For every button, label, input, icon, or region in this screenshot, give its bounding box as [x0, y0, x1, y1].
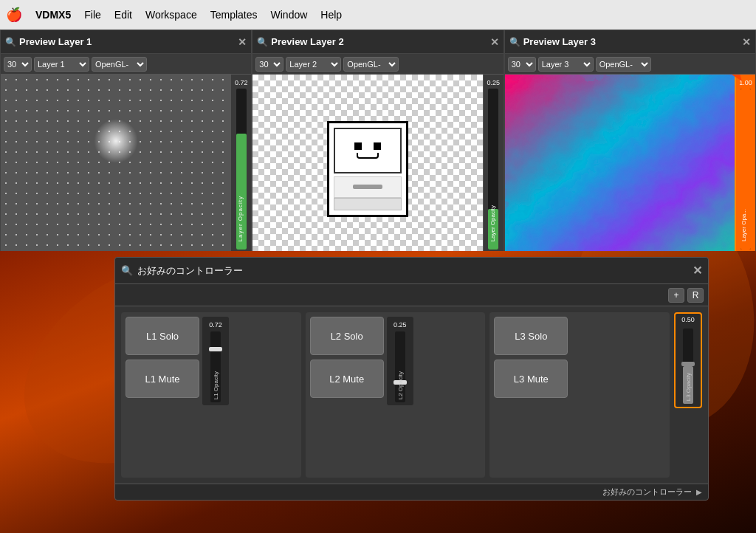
- layer-1-buttons: L1 Solo L1 Mute: [126, 317, 199, 473]
- menu-workspace[interactable]: Workspace: [145, 9, 197, 21]
- l3-opacity-slider[interactable]: 0.50 L3 Opacity: [674, 312, 702, 408]
- preview-canvas-2: [252, 75, 482, 264]
- mac-eyes: [354, 142, 381, 150]
- l1-opacity-slider[interactable]: 0.72 L1 Opacity: [202, 317, 229, 405]
- opacity-value-3: 1.00: [736, 79, 755, 86]
- preview-panel-1-controls: 30 Layer 1 OpenGL-: [1, 54, 251, 75]
- opacity-value-2: 0.25: [484, 79, 504, 86]
- apple-menu[interactable]: 🍎: [6, 7, 22, 23]
- layer-select-2[interactable]: Layer 2: [286, 57, 341, 72]
- mac-eye-right: [374, 142, 381, 150]
- preview-panel-2: 🔍 Preview Layer 2 ✕ 30 Layer 2 OpenGL-: [252, 30, 504, 281]
- preview-panel-1-header: 🔍 Preview Layer 1 ✕: [1, 30, 251, 54]
- mac-screen: [334, 128, 402, 173]
- search-icon-3: 🔍: [509, 37, 520, 47]
- ctrl-panel-footer: お好みのコントローラー ▶: [115, 484, 708, 500]
- svg-rect-0: [505, 75, 735, 264]
- l1-handle: [209, 347, 222, 351]
- ctrl-search-icon: 🔍: [121, 265, 133, 276]
- l3-solo-button[interactable]: L3 Solo: [494, 317, 568, 355]
- menu-window[interactable]: Window: [271, 9, 308, 21]
- preview-panel-1: 🔍 Preview Layer 1 ✕ 30 Layer 1 OpenGL- 0…: [0, 30, 252, 281]
- l2-opacity-value: 0.25: [387, 319, 413, 331]
- ctrl-panel-header: 🔍 お好みのコントローラー ✕: [115, 258, 708, 284]
- preview-panel-2-header: 🔍 Preview Layer 2 ✕: [252, 30, 503, 54]
- preview-panel-3-content: 1.00 Layer Opa...: [505, 75, 755, 264]
- preview-panel-3-controls: 30 Layer 3 OpenGL-: [505, 54, 755, 75]
- menu-templates[interactable]: Templates: [210, 9, 258, 21]
- preview-section: 🔍 Preview Layer 1 ✕ 30 Layer 1 OpenGL- 0…: [0, 30, 756, 281]
- ctrl-panel-close[interactable]: ✕: [693, 264, 702, 278]
- preview-panel-1-content: 0.72 Layer Opacity: [1, 75, 251, 264]
- l2-mute-button[interactable]: L2 Mute: [310, 360, 384, 398]
- menu-file[interactable]: File: [84, 9, 101, 21]
- mac-mouth: [357, 153, 379, 159]
- layer-2-buttons: L2 Solo L2 Mute: [310, 317, 384, 473]
- app-name: VDMX5: [35, 9, 71, 21]
- ctrl-panel-toolbar: + R: [115, 284, 708, 306]
- preview-panel-2-content: 0.25 Layer Opacity: [252, 75, 503, 264]
- preview-panel-1-title: Preview Layer 1: [19, 36, 235, 47]
- opacity-label-3: Layer Opa...: [740, 209, 747, 241]
- opacity-slider-2[interactable]: 0.25 Layer Opacity: [483, 75, 504, 264]
- preview-panel-3-title: Preview Layer 3: [523, 36, 739, 47]
- layer-2-group: L2 Solo L2 Mute 0.25 L2 Opacity: [306, 312, 486, 478]
- controller-panel: 🔍 お好みのコントローラー ✕ + R L1 Solo L1 Mute 0.72…: [114, 257, 709, 501]
- layer-select-3[interactable]: Layer 3: [538, 57, 594, 72]
- mac-face: [327, 121, 408, 217]
- remove-button[interactable]: R: [687, 288, 704, 303]
- layer-3-group: L3 Solo L3 Mute: [489, 312, 670, 478]
- search-icon-2: 🔍: [257, 37, 268, 47]
- opacity-value-1: 0.72: [231, 79, 251, 86]
- preview-panel-1-close[interactable]: ✕: [238, 36, 247, 48]
- opacity-label-1: Layer Opacity: [237, 196, 244, 241]
- search-icon-1: 🔍: [5, 37, 16, 47]
- l2-opacity-slider[interactable]: 0.25 L2 Opacity: [387, 317, 413, 405]
- dot-grid: [1, 75, 230, 264]
- mac-eye-left: [354, 142, 362, 150]
- opacity-slider-3[interactable]: 1.00 Layer Opa...: [735, 75, 755, 264]
- renderer-select-3[interactable]: OpenGL-: [596, 57, 651, 72]
- l1-slider-label: L1 Opacity: [213, 371, 219, 399]
- preview-canvas-1: [1, 75, 230, 264]
- preview-panel-3: 🔍 Preview Layer 3 ✕ 30 Layer 3 OpenGL-: [504, 30, 756, 281]
- fps-select-2[interactable]: 30: [255, 57, 284, 72]
- l1-opacity-value: 0.72: [202, 319, 229, 331]
- layer-1-group: L1 Solo L1 Mute 0.72 L1 Opacity: [121, 312, 301, 478]
- preview-panel-2-title: Preview Layer 2: [271, 36, 487, 47]
- fps-select-1[interactable]: 30: [4, 57, 32, 72]
- preview-panel-2-close[interactable]: ✕: [490, 36, 499, 48]
- layer-select-1[interactable]: Layer 1: [34, 57, 89, 72]
- ctrl-panel-body: L1 Solo L1 Mute 0.72 L1 Opacity L2 Solo …: [115, 306, 708, 484]
- preview-panel-2-controls: 30 Layer 2 OpenGL-: [252, 54, 503, 75]
- ctrl-footer-arrow[interactable]: ▶: [696, 488, 702, 496]
- l1-mute-button[interactable]: L1 Mute: [126, 360, 199, 398]
- l3-opacity-value: 0.50: [676, 316, 701, 323]
- l3-mute-button[interactable]: L3 Mute: [494, 360, 568, 398]
- dot-grid-center: [94, 119, 138, 163]
- mac-body: [334, 176, 402, 198]
- layer-3-buttons: L3 Solo L3 Mute: [494, 317, 568, 473]
- menubar: 🍎 VDMX5 File Edit Workspace Templates Wi…: [0, 0, 756, 30]
- l3-slider-label: L3 Opacity: [685, 373, 692, 401]
- ctrl-panel-title: お好みのコントローラー: [137, 264, 688, 278]
- menu-help[interactable]: Help: [320, 9, 342, 21]
- preview-panel-3-header: 🔍 Preview Layer 3 ✕: [505, 30, 755, 54]
- preview-panel-3-close[interactable]: ✕: [742, 36, 751, 48]
- preview-canvas-3: [505, 75, 735, 264]
- add-button[interactable]: +: [668, 288, 684, 303]
- mac-base: [334, 198, 402, 210]
- opacity-slider-1[interactable]: 0.72 Layer Opacity: [230, 75, 251, 264]
- menu-edit[interactable]: Edit: [114, 9, 132, 21]
- ctrl-footer-text: お好みのコントローラー: [602, 486, 692, 498]
- renderer-select-1[interactable]: OpenGL-: [92, 57, 147, 72]
- mac-slot: [353, 185, 382, 189]
- abstract-svg: [505, 75, 735, 264]
- l2-slider-label: L2 Opacity: [396, 371, 403, 399]
- l2-solo-button[interactable]: L2 Solo: [310, 317, 384, 355]
- fps-select-3[interactable]: 30: [508, 57, 536, 72]
- renderer-select-2[interactable]: OpenGL-: [343, 57, 399, 72]
- opacity-label-2: Layer Opacity: [489, 205, 496, 241]
- mac-face-container: [252, 75, 482, 264]
- l1-solo-button[interactable]: L1 Solo: [126, 317, 199, 355]
